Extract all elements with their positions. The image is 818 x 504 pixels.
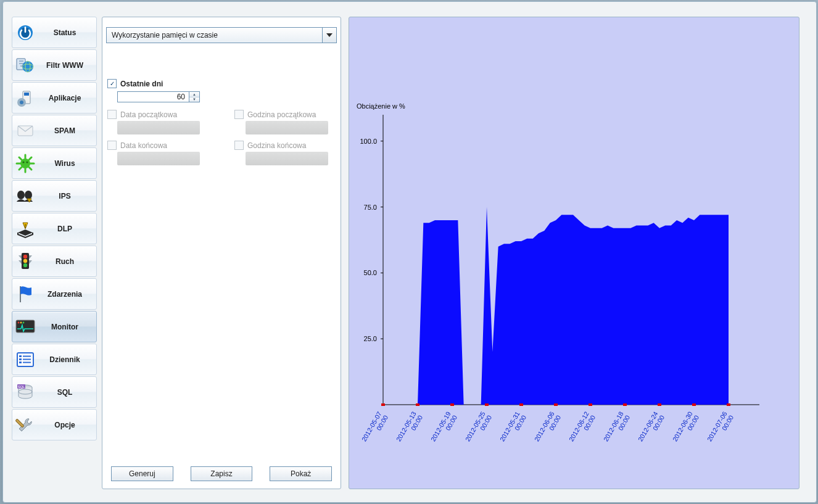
monitor-icon xyxy=(12,314,38,340)
log-list-icon xyxy=(12,347,38,373)
svg-rect-82 xyxy=(658,403,661,406)
sidebar-item-wirus[interactable]: Wirus xyxy=(12,147,97,179)
power-icon xyxy=(12,20,38,46)
checkbox-date-end[interactable]: Data końcowa xyxy=(107,141,167,150)
svg-rect-85 xyxy=(692,403,696,406)
show-button[interactable]: Pokaż xyxy=(270,466,332,481)
sidebar-item-label: Ruch xyxy=(38,257,96,266)
report-select[interactable]: Wykorzystanie pamięci w czasie xyxy=(106,27,337,43)
checkbox-time-start[interactable]: Godzina początkowa xyxy=(234,110,316,119)
sidebar-item-label: Opcje xyxy=(38,421,96,429)
checkbox-label: Data początkowa xyxy=(120,110,177,119)
svg-text:25.0: 25.0 xyxy=(364,335,377,342)
generate-button[interactable]: Generuj xyxy=(111,466,173,481)
sidebar-item-label: Monitor xyxy=(38,323,96,331)
days-stepper-value[interactable]: 60 xyxy=(117,91,189,102)
svg-rect-67 xyxy=(485,403,489,406)
svg-point-28 xyxy=(23,254,27,258)
svg-line-18 xyxy=(29,167,31,170)
svg-rect-38 xyxy=(19,358,22,360)
sidebar-item-label: Dziennik xyxy=(38,355,96,364)
ips-icon: ! xyxy=(12,183,38,209)
chart-panel: Obciążenie w % 25.050.075.0100.02012-05-… xyxy=(349,17,799,489)
action-buttons: Generuj Zapisz Pokaż xyxy=(111,466,332,481)
sidebar-item-ips[interactable]: ! IPS xyxy=(12,180,97,212)
svg-rect-37 xyxy=(19,355,22,357)
svg-rect-47 xyxy=(15,418,24,427)
svg-rect-70 xyxy=(519,403,523,406)
days-stepper[interactable]: 60 ▲ ▼ xyxy=(117,91,200,102)
sidebar-item-dziennik[interactable]: Dziennik xyxy=(12,344,97,375)
sidebar-item-label: Wirus xyxy=(38,159,96,168)
window-panel: Status Filtr WWW Aplikacje SPAM Wirus xyxy=(2,1,817,503)
checkbox-label: Godzina końcowa xyxy=(247,141,306,150)
sidebar-item-label: Aplikacje xyxy=(38,94,96,102)
svg-rect-8 xyxy=(24,93,29,96)
sidebar-item-filtr-www[interactable]: Filtr WWW xyxy=(12,49,97,81)
sidebar: Status Filtr WWW Aplikacje SPAM Wirus xyxy=(12,17,97,442)
checkbox-icon xyxy=(107,110,117,119)
sidebar-item-zdarzenia[interactable]: Zdarzenia xyxy=(12,278,97,310)
svg-text:100.0: 100.0 xyxy=(360,138,377,145)
sidebar-item-opcje[interactable]: Opcje xyxy=(12,409,97,440)
time-start-field xyxy=(246,121,328,134)
checkbox-label: Ostatnie dni xyxy=(120,80,163,88)
flag-icon xyxy=(12,281,38,307)
sidebar-item-label: SPAM xyxy=(38,126,96,135)
svg-line-20 xyxy=(29,157,31,160)
checkbox-icon xyxy=(234,141,244,150)
sidebar-item-label: IPS xyxy=(38,192,96,200)
svg-point-34 xyxy=(20,321,22,323)
chart-title: Obciążenie w % xyxy=(357,102,405,110)
sidebar-item-label: Zdarzenia xyxy=(38,290,96,299)
svg-rect-76 xyxy=(589,403,592,406)
svg-rect-39 xyxy=(19,361,22,363)
virus-icon xyxy=(12,151,38,176)
sidebar-item-label: Status xyxy=(38,28,96,37)
svg-point-35 xyxy=(23,321,25,323)
save-button[interactable]: Zapisz xyxy=(191,466,253,481)
time-end-field xyxy=(246,152,328,165)
sidebar-item-sql[interactable]: SQL SQL xyxy=(12,376,97,408)
checkbox-last-days[interactable]: ✓ Ostatnie dni xyxy=(107,79,163,88)
svg-text:!: ! xyxy=(25,223,27,229)
sidebar-item-aplikacje[interactable]: Aplikacje xyxy=(12,82,97,114)
sidebar-item-label: Filtr WWW xyxy=(38,61,96,70)
svg-point-22 xyxy=(26,161,28,163)
svg-rect-88 xyxy=(727,403,730,406)
tools-icon xyxy=(12,412,38,438)
dlp-book-icon: ! xyxy=(12,216,38,242)
sidebar-item-monitor[interactable]: Monitor xyxy=(12,311,97,342)
date-end-field xyxy=(117,152,200,165)
svg-text:SQL: SQL xyxy=(18,384,25,388)
svg-rect-79 xyxy=(623,403,627,406)
svg-rect-58 xyxy=(381,403,385,406)
svg-point-29 xyxy=(23,258,27,262)
checkbox-time-end[interactable]: Godzina końcowa xyxy=(234,141,306,150)
svg-line-19 xyxy=(19,167,22,170)
sidebar-item-spam[interactable]: SPAM xyxy=(12,115,97,146)
stepper-down-icon[interactable]: ▼ xyxy=(189,97,199,102)
apps-icon xyxy=(12,85,38,111)
svg-point-21 xyxy=(22,161,24,163)
stepper-up-icon[interactable]: ▲ xyxy=(189,92,199,97)
sidebar-item-ruch[interactable]: Ruch xyxy=(12,246,97,277)
svg-rect-2 xyxy=(25,27,27,33)
chevron-down-icon[interactable] xyxy=(322,27,337,43)
svg-text:75.0: 75.0 xyxy=(364,204,377,211)
sidebar-item-status[interactable]: Status xyxy=(12,17,97,48)
svg-point-30 xyxy=(23,263,27,266)
checkbox-date-start[interactable]: Data początkowa xyxy=(107,110,177,119)
database-icon: SQL xyxy=(12,379,38,405)
svg-line-17 xyxy=(19,157,22,160)
checkbox-label: Data końcowa xyxy=(120,141,167,150)
svg-point-24 xyxy=(25,191,32,199)
svg-point-4 xyxy=(22,61,33,72)
svg-point-33 xyxy=(18,321,20,323)
sidebar-item-dlp[interactable]: ! DLP xyxy=(12,213,97,244)
svg-point-23 xyxy=(17,191,25,199)
checkbox-icon xyxy=(234,110,244,119)
traffic-light-icon xyxy=(12,249,38,275)
svg-rect-73 xyxy=(554,403,558,406)
svg-rect-61 xyxy=(416,403,419,406)
